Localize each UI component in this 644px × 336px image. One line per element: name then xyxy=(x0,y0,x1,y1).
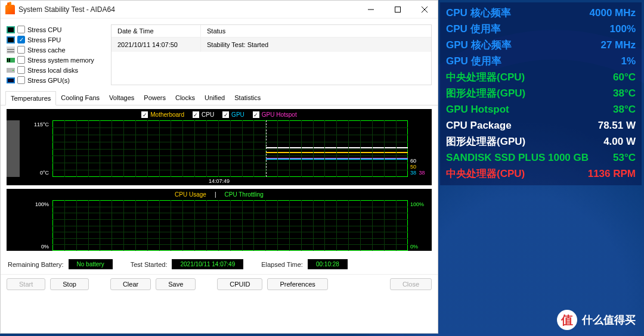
ov-gpu-pwr: 4.00 W xyxy=(603,133,636,150)
temperature-chart: ✓Motherboard ✓CPU ✓GPU ✓GPU Hotspot 115°… xyxy=(7,109,432,185)
tab-temperatures[interactable]: Temperatures xyxy=(5,91,56,105)
stress-gpu-label: Stress GPU(s) xyxy=(27,77,70,84)
ov-gpu-usage: 1% xyxy=(621,53,636,69)
tab-statistics[interactable]: Statistics xyxy=(230,91,265,105)
stress-fpu-checkbox[interactable] xyxy=(17,36,25,43)
stress-disk-checkbox[interactable] xyxy=(17,66,25,74)
usage-ymax-r: 100% xyxy=(410,201,429,207)
stress-cpu-checkbox[interactable] xyxy=(17,26,25,33)
watermark: 值 什么值得买 xyxy=(557,310,636,330)
legend-hotspot: GPU Hotspot xyxy=(262,111,297,118)
watermark-text: 什么值得买 xyxy=(582,313,636,327)
tab-powers[interactable]: Powers xyxy=(139,91,171,105)
tabs: Temperatures Cooling Fans Voltages Power… xyxy=(1,91,438,105)
legend-gpu: GPU xyxy=(231,111,244,118)
watermark-icon: 值 xyxy=(557,310,577,330)
log-header-datetime[interactable]: Date & Time xyxy=(112,25,201,37)
elapsed-label: Elapsed Time: xyxy=(261,261,303,268)
elapsed-value: 00:10:28 xyxy=(308,259,348,269)
tab-voltages[interactable]: Voltages xyxy=(104,91,139,105)
button-row: Start Stop Clear Save CPUID Preferences … xyxy=(1,274,438,294)
usage-chart: CPU Usage | CPU Throttling 100%0% for(le… xyxy=(7,189,432,251)
stress-gpu-checkbox[interactable] xyxy=(17,76,25,84)
clear-button[interactable]: Clear xyxy=(110,278,151,290)
window-title: System Stability Test - AIDA64 xyxy=(18,5,357,14)
started-label: Test Started: xyxy=(131,261,168,268)
ov-cpu-usage: 100% xyxy=(610,21,636,37)
svg-rect-5 xyxy=(8,27,14,32)
ov-cpu-pkg-label: CPU Package xyxy=(446,117,512,133)
legend-mb-checkbox[interactable]: ✓ xyxy=(141,111,148,118)
hw-overlay: CPU 核心频率4000 MHz CPU 使用率100% GPU 核心频率27 … xyxy=(440,2,642,185)
cache-icon xyxy=(7,46,15,54)
stress-disk-label: Stress local disks xyxy=(27,67,78,74)
stress-fpu-row: Stress FPU xyxy=(7,35,105,45)
legend-cpu-checkbox[interactable]: ✓ xyxy=(193,111,199,118)
stress-cache-checkbox[interactable] xyxy=(17,46,25,54)
titlebar[interactable]: System Stability Test - AIDA64 xyxy=(1,1,438,18)
legend-hotspot-checkbox[interactable]: ✓ xyxy=(253,111,259,118)
svg-rect-7 xyxy=(8,38,14,42)
temp-end-hot: 38 xyxy=(419,170,425,176)
ov-cpu-freq-label: CPU 核心频率 xyxy=(446,5,511,21)
log-status: Stability Test: Started xyxy=(201,38,274,52)
svg-rect-12 xyxy=(7,58,8,62)
close-button-bottom[interactable]: Close xyxy=(390,278,432,290)
tab-cooling-fans[interactable]: Cooling Fans xyxy=(56,91,104,105)
disk-icon xyxy=(7,67,15,74)
stress-cpu-label: Stress CPU xyxy=(27,26,61,33)
gpu-icon xyxy=(7,77,15,84)
status-bar: Remaining Battery: No battery Test Start… xyxy=(1,254,438,274)
start-button[interactable]: Start xyxy=(7,278,45,290)
stress-memory-checkbox[interactable] xyxy=(17,56,25,64)
stress-cache-label: Stress cache xyxy=(27,46,66,54)
minimize-button[interactable] xyxy=(357,1,384,18)
ov-hotspot: 38°C xyxy=(613,101,636,117)
log-datetime: 2021/10/11 14:07:50 xyxy=(112,38,201,52)
temp-plot: for(let i=1;i<30;i++)document.write('<di… xyxy=(52,120,408,177)
svg-point-15 xyxy=(13,70,14,71)
temp-end-cpu: 60 xyxy=(410,158,429,164)
ov-fan: 1136 RPM xyxy=(588,166,636,182)
legend-gpu-checkbox[interactable]: ✓ xyxy=(222,111,229,118)
temp-x-marker: 14:07:49 xyxy=(7,177,432,185)
tab-clocks[interactable]: Clocks xyxy=(171,91,200,105)
ov-ssd: 53°C xyxy=(613,150,636,166)
usage-ymin-r: 0% xyxy=(410,244,429,250)
log-panel: Date & Time Status 2021/10/11 14:07:50 S… xyxy=(111,24,432,85)
close-button[interactable] xyxy=(411,1,438,18)
log-row[interactable]: 2021/10/11 14:07:50 Stability Test: Star… xyxy=(112,38,431,52)
log-header-status[interactable]: Status xyxy=(201,25,231,37)
svg-rect-17 xyxy=(8,79,14,82)
svg-rect-10 xyxy=(7,51,14,52)
ov-gpu-pwr-label: 图形处理器(GPU) xyxy=(446,133,525,150)
save-button[interactable]: Save xyxy=(156,278,196,290)
stress-cpu-row: Stress CPU xyxy=(7,24,105,35)
ov-gpu-freq: 27 MHz xyxy=(600,37,636,53)
stress-memory-row: Stress system memory xyxy=(7,55,105,65)
usage-ymax: 100% xyxy=(35,201,49,207)
battery-label: Remaining Battery: xyxy=(8,261,64,268)
stress-fpu-label: Stress FPU xyxy=(27,36,61,43)
ov-gpu-usage-label: GPU 使用率 xyxy=(446,53,501,69)
ov-cpu-freq: 4000 MHz xyxy=(590,5,636,21)
stress-options: Stress CPU Stress FPU Stress cache Stres… xyxy=(7,24,105,85)
ov-gpu-temp: 38°C xyxy=(613,85,636,101)
ov-cpu-temp: 60°C xyxy=(613,69,636,85)
ov-gpu-temp-label: 图形处理器(GPU) xyxy=(446,85,525,101)
cpuid-button[interactable]: CPUID xyxy=(217,278,262,290)
stress-disk-row: Stress local disks xyxy=(7,65,105,75)
usage-plot: for(let i=1;i<30;i++)document.write('<di… xyxy=(52,200,408,251)
preferences-button[interactable]: Preferences xyxy=(267,278,327,290)
temp-end-mb: 50 xyxy=(410,164,429,170)
tab-unified[interactable]: Unified xyxy=(200,91,230,105)
fpu-icon xyxy=(7,36,15,43)
battery-value: No battery xyxy=(69,259,113,269)
temp-ymin: 0°C xyxy=(40,170,49,176)
maximize-button[interactable] xyxy=(384,1,411,18)
app-icon xyxy=(5,5,15,14)
stop-button[interactable]: Stop xyxy=(50,278,89,290)
scrollbar-gutter[interactable] xyxy=(7,120,20,177)
usage-ymin: 0% xyxy=(41,244,49,250)
legend-throttle: CPU Throttling xyxy=(225,191,264,198)
